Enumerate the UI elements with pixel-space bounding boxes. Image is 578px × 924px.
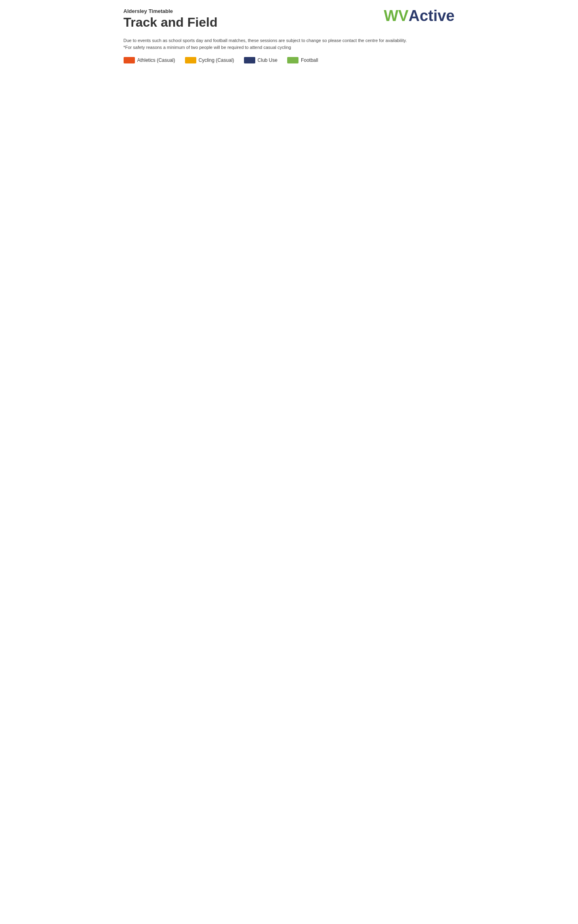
legend-swatch bbox=[244, 57, 255, 63]
page-container: Aldersley Timetable Track and Field WV A… bbox=[124, 8, 455, 63]
logo-wv: WV bbox=[384, 8, 408, 23]
legend-swatch bbox=[287, 57, 298, 63]
legend-swatch bbox=[124, 57, 135, 63]
legend-label: Football bbox=[301, 57, 318, 63]
title-block: Aldersley Timetable Track and Field bbox=[124, 8, 218, 30]
page-header: Aldersley Timetable Track and Field WV A… bbox=[124, 8, 455, 30]
logo-active: Active bbox=[408, 8, 454, 23]
legend-item: Cycling (Casual) bbox=[185, 57, 234, 63]
note-line-1: Due to events such as school sports day … bbox=[124, 37, 455, 44]
legend-section: Athletics (Casual)Cycling (Casual)Club U… bbox=[124, 57, 455, 63]
logo: WV Active bbox=[384, 8, 454, 23]
legend-item: Club Use bbox=[244, 57, 277, 63]
notes-section: Due to events such as school sports day … bbox=[124, 37, 455, 51]
main-title: Track and Field bbox=[124, 15, 218, 30]
note-line-2: *For safety reasons a minimum of two peo… bbox=[124, 44, 455, 51]
legend-label: Athletics (Casual) bbox=[137, 57, 175, 63]
legend-label: Club Use bbox=[258, 57, 277, 63]
legend-item: Football bbox=[287, 57, 318, 63]
legend-label: Cycling (Casual) bbox=[199, 57, 234, 63]
subtitle: Aldersley Timetable bbox=[124, 8, 218, 14]
legend-swatch bbox=[185, 57, 196, 63]
legend-item: Athletics (Casual) bbox=[124, 57, 175, 63]
